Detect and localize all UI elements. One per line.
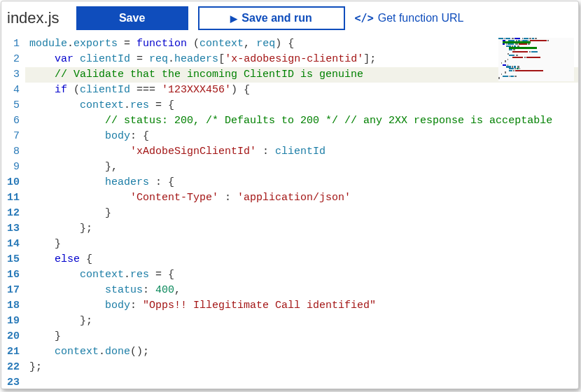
line-number: 15 bbox=[1, 252, 20, 267]
line-number: 3 bbox=[1, 67, 20, 83]
line-number: 10 bbox=[1, 175, 20, 190]
line-number: 23 bbox=[1, 375, 20, 391]
line-number: 1 bbox=[1, 36, 20, 52]
line-number: 4 bbox=[1, 83, 20, 98]
code-line[interactable]: }, bbox=[25, 160, 578, 175]
line-number: 12 bbox=[1, 206, 20, 221]
save-and-run-button[interactable]: ▶ Save and run bbox=[198, 6, 345, 30]
line-number: 11 bbox=[1, 190, 20, 206]
code-line[interactable]: } bbox=[25, 206, 578, 221]
line-number: 21 bbox=[1, 344, 20, 360]
line-number: 14 bbox=[1, 237, 20, 252]
code-editor[interactable]: 1234567891011121314151617181920212223 mo… bbox=[1, 35, 578, 391]
line-number-gutter: 1234567891011121314151617181920212223 bbox=[1, 36, 25, 391]
code-line[interactable]: // status: 200, /* Defaults to 200 */ //… bbox=[25, 113, 578, 129]
get-function-url-button[interactable]: </> Get function URL bbox=[355, 6, 464, 30]
line-number: 13 bbox=[1, 221, 20, 237]
code-line[interactable]: context.res = { bbox=[25, 98, 578, 113]
save-button[interactable]: Save bbox=[76, 6, 188, 30]
code-line[interactable]: context.res = { bbox=[25, 267, 578, 283]
code-line[interactable]: } bbox=[25, 237, 578, 252]
filename-label: index.js bbox=[7, 9, 66, 27]
code-line[interactable]: }; bbox=[25, 221, 578, 237]
code-line[interactable]: }; bbox=[25, 314, 578, 329]
code-line[interactable]: 'Content-Type' : 'application/json' bbox=[25, 190, 578, 206]
line-number: 9 bbox=[1, 160, 20, 175]
code-line[interactable]: var clientId = req.headers['x-adobesign-… bbox=[25, 52, 578, 67]
code-line[interactable]: // Validate that the incoming ClientID i… bbox=[25, 67, 578, 83]
line-number: 2 bbox=[1, 52, 20, 67]
code-line[interactable]: }; bbox=[25, 360, 578, 375]
line-number: 20 bbox=[1, 329, 20, 344]
code-line[interactable]: status: 400, bbox=[25, 283, 578, 298]
minimap[interactable] bbox=[498, 38, 574, 81]
line-number: 6 bbox=[1, 113, 20, 129]
code-line[interactable]: body: { bbox=[25, 129, 578, 144]
code-line[interactable]: body: "Opps!! Illegitimate Call identifi… bbox=[25, 298, 578, 314]
play-icon: ▶ bbox=[230, 13, 237, 24]
line-number: 7 bbox=[1, 129, 20, 144]
toolbar: index.js Save ▶ Save and run </> Get fun… bbox=[1, 1, 578, 35]
line-number: 8 bbox=[1, 144, 20, 160]
get-function-url-label: Get function URL bbox=[378, 12, 464, 24]
code-line[interactable] bbox=[25, 375, 578, 391]
save-and-run-label: Save and run bbox=[241, 12, 312, 24]
code-line[interactable]: module.exports = function (context, req)… bbox=[25, 36, 578, 52]
line-number: 17 bbox=[1, 283, 20, 298]
line-number: 19 bbox=[1, 314, 20, 329]
line-number: 18 bbox=[1, 298, 20, 314]
code-tag-icon: </> bbox=[355, 12, 374, 24]
code-line[interactable]: } bbox=[25, 329, 578, 344]
line-number: 22 bbox=[1, 360, 20, 375]
code-line[interactable]: else { bbox=[25, 252, 578, 267]
line-number: 5 bbox=[1, 98, 20, 113]
save-button-label: Save bbox=[119, 12, 145, 24]
editor-container: index.js Save ▶ Save and run </> Get fun… bbox=[1, 1, 579, 389]
code-content[interactable]: module.exports = function (context, req)… bbox=[25, 36, 578, 391]
code-line[interactable]: context.done(); bbox=[25, 344, 578, 360]
code-line[interactable]: headers : { bbox=[25, 175, 578, 190]
code-line[interactable]: 'xAdobeSignClientId' : clientId bbox=[25, 144, 578, 160]
code-line[interactable]: if (clientId === '123XXX456') { bbox=[25, 83, 578, 98]
line-number: 16 bbox=[1, 267, 20, 283]
